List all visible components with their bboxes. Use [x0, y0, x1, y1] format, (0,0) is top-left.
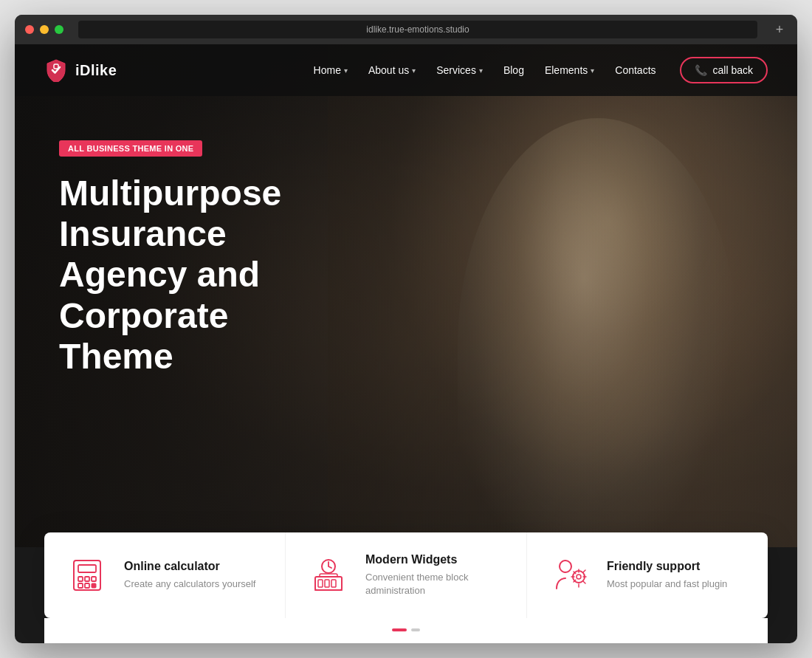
widgets-title: Modern Widgets — [365, 553, 506, 566]
support-text: Friendly support Most popular and fast p… — [607, 560, 727, 591]
browser-chrome: idlike.true-emotions.studio + — [15, 15, 797, 44]
svg-rect-10 — [318, 580, 323, 587]
hero-title: Multipurpose Insurance Agency and Corpor… — [59, 173, 325, 377]
svg-rect-12 — [331, 580, 336, 587]
widgets-desc: Convenient theme block administration — [365, 571, 506, 597]
calculator-icon — [65, 553, 109, 597]
calculator-title: Online calculator — [124, 560, 255, 573]
feature-card-support: Friendly support Most popular and fast p… — [527, 532, 768, 618]
url-text: idlike.true-emotions.studio — [366, 24, 469, 35]
feature-card-calculator: Online calculator Create any calculators… — [44, 532, 286, 618]
about-chevron-icon: ▾ — [412, 66, 416, 75]
new-tab-button[interactable]: + — [772, 22, 787, 38]
feature-card-widgets: Modern Widgets Convenient theme block ad… — [286, 532, 527, 618]
logo-icon — [44, 58, 68, 82]
call-back-button[interactable]: 📞 call back — [680, 57, 768, 83]
nav-item-contacts[interactable]: Contacts — [606, 58, 664, 82]
svg-point-14 — [560, 561, 571, 572]
nav-item-services[interactable]: Services ▾ — [427, 58, 492, 82]
svg-rect-7 — [85, 583, 89, 588]
nav-item-home[interactable]: Home ▾ — [305, 58, 357, 82]
svg-point-16 — [577, 575, 581, 579]
svg-rect-2 — [78, 565, 96, 572]
hero-content: All Business Theme in One Multipurpose I… — [15, 96, 369, 406]
calculator-text: Online calculator Create any calculators… — [124, 560, 255, 591]
svg-rect-5 — [92, 577, 96, 581]
dot-inactive[interactable] — [411, 628, 420, 631]
support-icon — [548, 553, 592, 597]
home-chevron-icon: ▾ — [344, 66, 348, 75]
svg-rect-8 — [92, 583, 96, 588]
svg-rect-9 — [315, 577, 342, 590]
hero-section: iDlike Home ▾ About us ▾ Services ▾ — [15, 44, 797, 547]
url-bar[interactable]: idlike.true-emotions.studio — [78, 21, 757, 38]
maximize-dot[interactable] — [55, 25, 63, 34]
svg-rect-11 — [325, 580, 329, 587]
close-dot[interactable] — [25, 25, 34, 34]
svg-rect-4 — [85, 577, 89, 581]
navbar: iDlike Home ▾ About us ▾ Services ▾ — [15, 44, 797, 96]
svg-rect-6 — [78, 583, 83, 588]
widgets-text: Modern Widgets Convenient theme block ad… — [365, 553, 506, 597]
site-content: iDlike Home ▾ About us ▾ Services ▾ — [15, 44, 797, 643]
phone-icon: 📞 — [695, 64, 707, 76]
nav-item-about[interactable]: About us ▾ — [359, 58, 424, 82]
browser-window: idlike.true-emotions.studio + — [15, 15, 797, 643]
support-title: Friendly support — [607, 560, 727, 573]
svg-rect-3 — [78, 577, 83, 581]
dots-indicator — [44, 618, 768, 643]
widgets-icon — [306, 553, 351, 597]
support-desc: Most popular and fast plugin — [607, 578, 727, 591]
logo-text: iDlike — [75, 62, 117, 79]
nav-links: Home ▾ About us ▾ Services ▾ Blog — [305, 58, 665, 82]
services-chevron-icon: ▾ — [479, 66, 483, 75]
logo[interactable]: iDlike — [44, 58, 117, 82]
elements-chevron-icon: ▾ — [591, 66, 594, 75]
dot-active[interactable] — [392, 628, 407, 631]
nav-item-elements[interactable]: Elements ▾ — [536, 58, 603, 82]
minimize-dot[interactable] — [40, 25, 49, 34]
feature-bar: Online calculator Create any calculators… — [44, 532, 768, 618]
calculator-desc: Create any calculators yourself — [124, 578, 255, 591]
nav-item-blog[interactable]: Blog — [495, 58, 533, 82]
hero-badge: All Business Theme in One — [59, 140, 202, 157]
